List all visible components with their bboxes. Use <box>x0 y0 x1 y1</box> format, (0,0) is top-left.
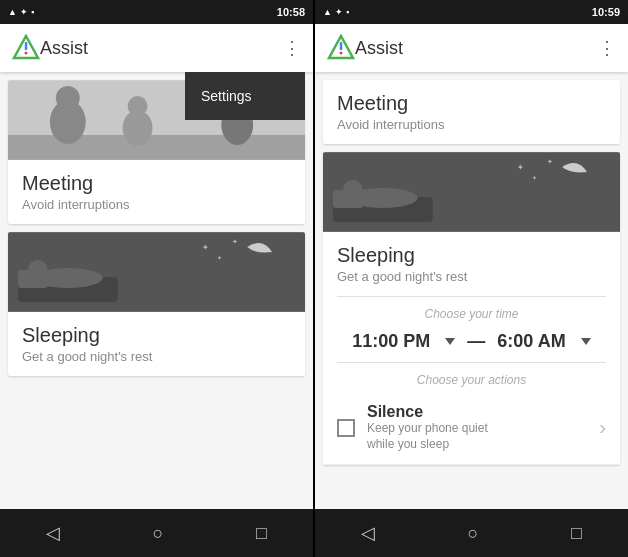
left-meeting-subtitle: Avoid interruptions <box>22 197 291 212</box>
actions-section-label: Choose your actions <box>323 363 620 391</box>
right-meeting-card[interactable]: Meeting Avoid interruptions <box>323 80 620 144</box>
right-meeting-title: Meeting <box>337 92 606 115</box>
time-section-label: Choose your time <box>323 297 620 325</box>
right-home-button[interactable]: ○ <box>448 515 499 552</box>
left-sleeping-card-image: ✦ ✦ ✦ <box>8 232 305 312</box>
start-time-arrow-icon[interactable] <box>445 338 455 345</box>
right-app-title: Assist <box>355 38 598 59</box>
svg-text:✦: ✦ <box>532 175 537 181</box>
silence-content: Silence Keep your phone quietwhile you s… <box>367 403 591 452</box>
right-sleeping-illustration: ✦ ✦ ✦ <box>323 152 620 232</box>
left-meeting-title: Meeting <box>22 172 291 195</box>
svg-text:✦: ✦ <box>202 243 209 252</box>
svg-text:✦: ✦ <box>232 238 238 245</box>
svg-text:✦: ✦ <box>217 255 222 261</box>
wifi-icon: ✦ <box>20 7 28 17</box>
right-battery-icon: ▪ <box>346 7 349 17</box>
left-nav-bar: ◁ ○ □ <box>0 509 313 557</box>
right-sleeping-subtitle: Get a good night's rest <box>337 269 606 284</box>
settings-menu-item[interactable]: Settings <box>201 80 289 112</box>
svg-point-8 <box>128 96 148 116</box>
left-app-bar: Assist ⋮ <box>0 24 313 72</box>
right-time: 10:59 <box>592 6 620 18</box>
left-meeting-card-body: Meeting Avoid interruptions <box>8 160 305 224</box>
silence-checkbox[interactable] <box>337 419 355 437</box>
left-app-title: Assist <box>40 38 283 59</box>
time-row: 11:00 PM — 6:00 AM <box>323 325 620 362</box>
left-sleeping-subtitle: Get a good night's rest <box>22 349 291 364</box>
time-dash: — <box>467 331 485 352</box>
svg-point-15 <box>28 260 48 280</box>
end-time-arrow-icon[interactable] <box>581 338 591 345</box>
right-menu-button[interactable]: ⋮ <box>598 37 616 59</box>
left-sleeping-title: Sleeping <box>22 324 291 347</box>
svg-text:✦: ✦ <box>517 163 524 172</box>
left-dropdown-menu: Settings <box>185 72 305 120</box>
svg-point-26 <box>343 180 363 200</box>
left-status-bar: ▲ ✦ ▪ 10:58 <box>0 0 313 24</box>
left-status-icons: ▲ ✦ ▪ <box>8 7 34 17</box>
svg-point-21 <box>340 52 343 55</box>
silence-title: Silence <box>367 403 591 421</box>
battery-icon: ▪ <box>31 7 34 17</box>
right-recents-button[interactable]: □ <box>551 515 602 552</box>
svg-point-6 <box>56 86 80 110</box>
left-status-right: 10:58 <box>277 6 305 18</box>
left-back-button[interactable]: ◁ <box>26 514 80 552</box>
left-time: 10:58 <box>277 6 305 18</box>
right-meeting-subtitle: Avoid interruptions <box>337 117 606 132</box>
silence-action-row[interactable]: Silence Keep your phone quietwhile you s… <box>323 391 620 465</box>
silence-description: Keep your phone quietwhile you sleep <box>367 421 591 452</box>
sleeping-illustration: ✦ ✦ ✦ <box>8 232 305 312</box>
left-content: Meeting Avoid interruptions ✦ <box>0 72 313 509</box>
left-sleeping-card-body: Sleeping Get a good night's rest <box>8 312 305 376</box>
svg-rect-4 <box>8 135 305 160</box>
svg-point-2 <box>25 52 28 55</box>
right-phone: ▲ ✦ ▪ 10:59 Assist ⋮ Meeting Avoid inter… <box>315 0 628 557</box>
left-recents-button[interactable]: □ <box>236 515 287 552</box>
right-app-bar: Assist ⋮ <box>315 24 628 72</box>
right-meeting-card-body: Meeting Avoid interruptions <box>323 80 620 144</box>
right-nav-bar: ◁ ○ □ <box>315 509 628 557</box>
end-time[interactable]: 6:00 AM <box>497 331 565 352</box>
right-sleeping-card-image: ✦ ✦ ✦ <box>323 152 620 232</box>
right-sleeping-title: Sleeping <box>337 244 606 267</box>
right-assist-logo-icon <box>327 34 355 62</box>
right-back-button[interactable]: ◁ <box>341 514 395 552</box>
right-content: Meeting Avoid interruptions ✦ ✦ ✦ <box>315 72 628 509</box>
right-sleeping-card-body: Sleeping Get a good night's rest <box>323 232 620 296</box>
silence-chevron-icon[interactable]: › <box>599 416 606 439</box>
left-menu-button[interactable]: ⋮ <box>283 37 301 59</box>
right-wifi-icon: ✦ <box>335 7 343 17</box>
right-signal-icon: ▲ <box>323 7 332 17</box>
right-status-bar: ▲ ✦ ▪ 10:59 <box>315 0 628 24</box>
left-phone: ▲ ✦ ▪ 10:58 Assist ⋮ Settings <box>0 0 313 557</box>
left-sleeping-card[interactable]: ✦ ✦ ✦ Sleeping Get a good night's rest <box>8 232 305 376</box>
right-status-icons: ▲ ✦ ▪ <box>323 7 349 17</box>
right-sleeping-card[interactable]: ✦ ✦ ✦ Sleeping Get a good night's rest C… <box>323 152 620 465</box>
assist-logo-icon <box>12 34 40 62</box>
right-status-right: 10:59 <box>592 6 620 18</box>
svg-text:✦: ✦ <box>547 158 553 165</box>
start-time[interactable]: 11:00 PM <box>352 331 430 352</box>
signal-icon: ▲ <box>8 7 17 17</box>
left-home-button[interactable]: ○ <box>133 515 184 552</box>
